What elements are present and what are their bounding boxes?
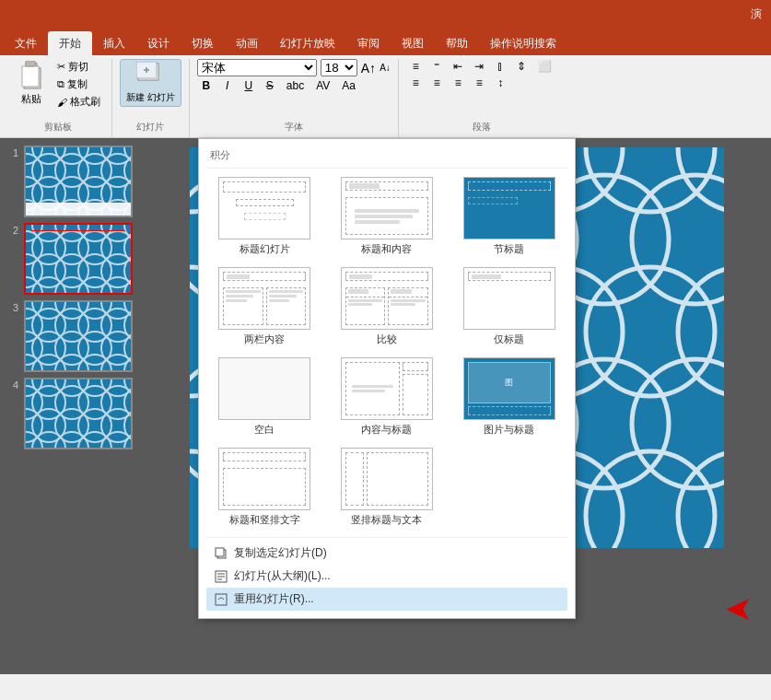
font-size-select[interactable]: 18 (321, 59, 357, 76)
layout-title-slide[interactable]: 标题幻灯片 (206, 174, 323, 259)
ribbon-tabs: 文件 开始 插入 设计 切换 动画 幻灯片放映 审阅 视图 帮助 操作说明搜索 (0, 28, 771, 55)
layout-thumb-picture-caption: 图 (463, 357, 555, 420)
slide-thumb-2[interactable]: 2 (6, 223, 137, 295)
font-size-up-button[interactable]: A↑ (361, 61, 376, 76)
char-spacing-button[interactable]: AV (311, 78, 334, 93)
underline-button[interactable]: U (239, 78, 258, 93)
slide-num-2: 2 (6, 223, 18, 236)
indent-more-button[interactable]: ⇥ (470, 59, 488, 74)
ribbon-group-font: 宋体 18 A↑ A↓ B I U S abc AV Aa 字体 (190, 59, 399, 137)
layout-thumb-blank (218, 357, 310, 420)
svg-rect-58 (26, 302, 133, 372)
line-spacing-button[interactable]: ↕ (491, 76, 509, 90)
slide-image-3[interactable] (24, 300, 133, 372)
ribbon-group-clipboard: 粘贴 ✂ 剪切 ⧉ 复制 🖌 格式刷 剪贴板 (4, 59, 112, 137)
title-text: 演 (751, 6, 762, 22)
tab-file[interactable]: 文件 (4, 31, 48, 55)
text-shadow-button[interactable]: abc (282, 78, 309, 93)
layout-two-content[interactable]: 两栏内容 (206, 264, 323, 349)
paragraph-group-label: 段落 (399, 121, 565, 134)
layout-label-title-slide: 标题幻灯片 (239, 242, 290, 256)
tab-view[interactable]: 视图 (391, 31, 435, 55)
ribbon-group-slides: 新建 幻灯片 幻灯片 (112, 59, 190, 137)
align-smart-button[interactable]: ⬜ (533, 59, 556, 74)
layout-vertical-title-text[interactable]: 竖排标题与文本 (329, 445, 446, 530)
layout-title-only[interactable]: 仅标题 (450, 264, 567, 349)
format-paint-label: 格式刷 (70, 95, 100, 109)
svg-rect-148 (216, 594, 227, 605)
cut-button[interactable]: ✂ 剪切 (53, 59, 104, 75)
tab-insert[interactable]: 插入 (92, 31, 136, 55)
scissors-icon: ✂ (57, 61, 65, 73)
layout-title-content[interactable]: 标题和内容 (329, 174, 446, 259)
font-group-label: 字体 (190, 121, 398, 134)
arrow-icon: ➤ (725, 589, 753, 628)
copy-label: 复制 (67, 77, 88, 91)
italic-button[interactable]: I (218, 78, 237, 93)
layout-title-vertical[interactable]: 标题和竖排文字 (206, 445, 323, 530)
list-number-button[interactable]: ⁼ (427, 59, 446, 74)
reuse-menu-item[interactable]: 重用幻灯片(R)... (206, 588, 567, 611)
new-slide-button[interactable]: 新建 幻灯片 (120, 59, 181, 107)
font-name-select[interactable]: 宋体 (197, 59, 317, 76)
layout-thumb-two-content (218, 267, 310, 330)
text-direction2-button[interactable]: ⇕ (512, 59, 531, 74)
layout-comparison[interactable]: 比较 (329, 264, 446, 349)
arrow-container: ➤ (725, 589, 753, 628)
tab-transition[interactable]: 切换 (181, 31, 225, 55)
layout-thumb-content-caption (341, 357, 433, 420)
ribbon-group-paragraph: ≡ ⁼ ⇤ ⇥ ⫿ ⇕ ⬜ ≡ ≡ ≡ ≡ ↕ 段落 (399, 59, 565, 137)
new-slide-icon (136, 62, 164, 89)
tab-animation[interactable]: 动画 (225, 31, 269, 55)
slides-group-label: 幻灯片 (112, 121, 189, 134)
slide-thumb-4[interactable]: 4 (6, 378, 137, 449)
strikethrough-button[interactable]: S (261, 78, 279, 93)
tab-review[interactable]: 审阅 (346, 31, 391, 55)
layout-blank[interactable]: 空白 (206, 355, 323, 439)
copy-button[interactable]: ⧉ 复制 (53, 76, 104, 92)
layout-thumb-title-vertical (218, 448, 310, 510)
list-bullet-button[interactable]: ≡ (406, 59, 425, 74)
tab-help[interactable]: 帮助 (435, 31, 479, 55)
layout-thumb-title-content (341, 177, 433, 239)
layout-section-header[interactable]: 节标题 (450, 174, 567, 259)
slide-panel[interactable]: 1 (0, 138, 143, 674)
new-slide-label: 新建 幻灯片 (126, 91, 175, 104)
layout-label-title-content: 标题和内容 (361, 242, 412, 256)
outline-icon (214, 569, 228, 584)
align-justify-button[interactable]: ≡ (470, 76, 488, 90)
svg-rect-83 (26, 379, 133, 449)
title-bar: 演 (0, 0, 771, 28)
font-size-down-button[interactable]: A↓ (380, 63, 391, 73)
main-layout: 1 (0, 138, 771, 674)
tab-design[interactable]: 设计 (136, 31, 181, 55)
text-direction-button[interactable]: Aa (337, 78, 360, 93)
layout-label-title-only: 仅标题 (494, 332, 524, 346)
paste-button[interactable]: 粘贴 (11, 59, 52, 108)
slide-image-2[interactable] (24, 223, 133, 295)
format-paint-button[interactable]: 🖌 格式刷 (53, 94, 104, 110)
tab-home[interactable]: 开始 (48, 31, 92, 55)
canvas-area: 积分 标题幻灯片 (143, 138, 771, 674)
slide-image-1[interactable] (24, 146, 133, 217)
duplicate-icon (214, 546, 228, 561)
layout-grid: 标题幻灯片 标题和内容 (206, 174, 567, 530)
svg-rect-143 (216, 548, 224, 556)
slide-num-3: 3 (6, 300, 18, 313)
slide-image-4[interactable] (24, 378, 133, 449)
duplicate-menu-item[interactable]: 复制选定幻灯片(D) (206, 542, 567, 565)
layout-content-caption[interactable]: 内容与标题 (329, 355, 446, 439)
outline-menu-item[interactable]: 幻灯片(从大纲)(L)... (206, 565, 567, 588)
align-center-button[interactable]: ≡ (427, 76, 446, 90)
tab-slideshow[interactable]: 幻灯片放映 (269, 31, 346, 55)
align-left-button[interactable]: ≡ (406, 76, 425, 90)
slide-thumb-3[interactable]: 3 (6, 300, 137, 372)
tab-search[interactable]: 操作说明搜索 (479, 31, 567, 55)
bold-button[interactable]: B (197, 78, 216, 93)
layout-picture-caption[interactable]: 图 图片与标题 (450, 355, 567, 439)
slide-thumb-1[interactable]: 1 (6, 146, 137, 217)
cut-label: 剪切 (68, 60, 88, 74)
align-right-button[interactable]: ≡ (449, 76, 467, 90)
text-column-button[interactable]: ⫿ (491, 59, 509, 74)
indent-less-button[interactable]: ⇤ (449, 59, 467, 74)
